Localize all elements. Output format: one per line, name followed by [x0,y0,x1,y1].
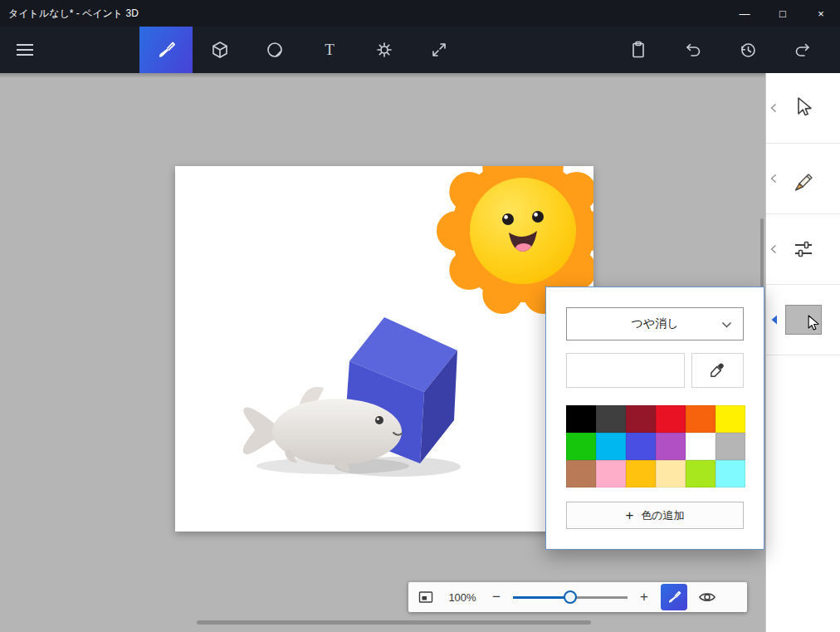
paste-icon [628,40,648,60]
eye-button[interactable] [698,588,716,606]
cube-icon [210,40,230,60]
palette-cell[interactable] [566,433,596,460]
palette-cell[interactable] [596,433,626,460]
undo-button[interactable] [666,27,720,73]
3d-scene [175,166,593,532]
palette-cell[interactable] [626,405,656,433]
palette-cell[interactable] [596,460,626,487]
window-title: タイトルなし* - ペイント 3D [0,7,725,21]
tool-effects[interactable] [357,27,412,73]
paste-button[interactable] [611,27,666,73]
zoom-level: 100% [445,591,480,604]
palette-cell[interactable] [686,460,715,487]
palette-cell[interactable] [715,460,745,487]
tool-text[interactable]: T [302,27,357,73]
svg-text:T: T [325,41,335,58]
add-color-label: 色の追加 [641,508,684,523]
sticker-icon [265,40,285,60]
drawing-canvas[interactable] [175,166,593,532]
flyout-arrow-icon[interactable] [770,174,777,184]
tool-stickers[interactable] [247,27,302,73]
palette-cell[interactable] [686,405,715,433]
horizontal-scrollbar[interactable] [197,620,591,625]
history-icon [738,40,758,60]
add-color-button[interactable]: + 色の追加 [566,502,744,529]
sliders-icon [789,235,818,263]
palette-cell[interactable] [715,433,745,460]
sidebar [765,73,840,632]
active-tool-button[interactable] [661,584,687,610]
pencil-icon [789,164,818,193]
palette-cell[interactable] [596,405,626,433]
tool-canvas[interactable] [412,27,466,73]
flyout-arrow-active-icon[interactable] [770,315,778,326]
paint3d-window: タイトルなし* - ペイント 3D — □ × [0,0,840,632]
text-icon: T [320,40,339,60]
zoom-slider[interactable] [513,589,628,605]
palette-cell[interactable] [656,433,686,460]
sidebar-item-adjust[interactable] [766,214,840,285]
color-flyout: つや消し + 色の追加 [545,287,764,550]
current-color-preview [566,353,685,388]
zoom-out-button[interactable]: − [491,589,502,605]
menu-icon [17,44,33,46]
undo-icon [683,40,703,60]
effects-icon [374,40,394,60]
brush-icon [667,590,681,605]
palette-cell[interactable] [566,460,596,487]
maximize-button[interactable]: □ [764,0,802,27]
window-controls: — □ × [725,0,840,27]
zoom-in-button[interactable]: + [638,589,650,605]
palette-cell[interactable] [626,433,656,460]
redo-button[interactable] [775,27,830,73]
action-strip [611,27,830,73]
fit-screen-button[interactable] [418,589,434,605]
flyout-arrow-icon[interactable] [770,103,777,113]
tool-3d-shapes[interactable] [193,27,247,73]
select-arrow-icon [790,95,817,121]
menu-button[interactable] [13,27,46,73]
toolbar: T [0,27,840,73]
expand-icon [429,40,449,60]
slider-fill [513,596,570,599]
sidebar-item-select[interactable] [766,73,840,144]
minimize-button[interactable]: — [725,0,764,27]
close-button[interactable]: × [802,0,840,27]
plus-icon: + [625,507,633,524]
flyout-arrow-icon[interactable] [770,244,777,254]
finish-dropdown[interactable]: つや消し [566,307,744,340]
brush-icon [156,40,176,60]
palette-cell[interactable] [656,460,686,487]
zoom-bar: 100% − + [408,582,747,612]
tool-strip: T [139,27,466,73]
palette-cell[interactable] [626,460,656,487]
tool-brush[interactable] [139,27,193,73]
sidebar-item-pencil[interactable] [766,144,840,214]
eyedropper-icon [707,360,727,380]
palette-cell[interactable] [715,405,745,433]
titlebar: タイトルなし* - ペイント 3D — □ × [0,0,840,27]
slider-thumb[interactable] [564,590,577,604]
current-color-row [566,353,744,388]
sidebar-item-color[interactable] [766,285,840,355]
color-swatch[interactable] [785,305,822,335]
redo-icon [793,40,813,60]
history-button[interactable] [720,27,775,73]
palette-cell[interactable] [686,433,715,460]
finish-dropdown-value: つや消し [632,316,679,331]
color-palette [566,405,745,487]
chevron-down-icon [721,321,732,329]
palette-cell[interactable] [656,405,686,433]
palette-cell[interactable] [566,405,596,433]
eyedropper-button[interactable] [691,353,744,388]
